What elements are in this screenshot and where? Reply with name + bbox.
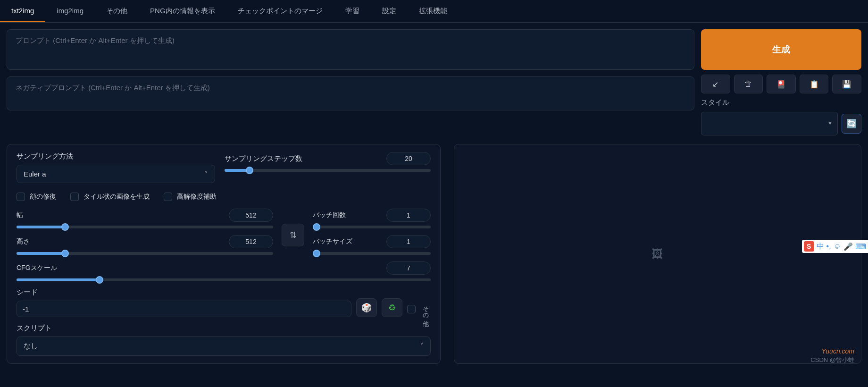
- ime-punct-icon[interactable]: •,: [826, 242, 831, 251]
- tab-merge[interactable]: チェックポイントのマージ: [226, 0, 334, 22]
- seed-extras-checkbox[interactable]: その他: [407, 301, 431, 317]
- script-label: スクリプト: [17, 324, 431, 333]
- save-icon: 💾: [842, 80, 851, 89]
- negative-prompt-input[interactable]: [7, 76, 694, 110]
- height-input[interactable]: [229, 235, 273, 248]
- output-panel: 🖼 Yuucn.com CSDN @曾小蛙: [454, 144, 861, 364]
- width-input[interactable]: [229, 209, 273, 222]
- tab-train[interactable]: 学習: [334, 0, 371, 22]
- script-select[interactable]: なし: [17, 337, 431, 356]
- batch-size-label: バッチサイズ: [313, 237, 352, 246]
- batch-size-slider[interactable]: [313, 252, 431, 255]
- seed-random-button[interactable]: 🎲: [356, 298, 377, 317]
- watermark-yuucn: Yuucn.com: [821, 347, 854, 355]
- style-select[interactable]: [701, 112, 838, 135]
- image-placeholder-icon: 🖼: [652, 247, 663, 261]
- cfg-label: CFGスケール: [17, 264, 57, 272]
- ime-mic-icon[interactable]: 🎤: [843, 242, 853, 251]
- watermark-csdn: CSDN @曾小蛙: [810, 356, 854, 364]
- tiling-checkbox[interactable]: タイル状の画像を生成: [70, 193, 150, 201]
- cfg-input[interactable]: [386, 261, 431, 275]
- tab-img2img[interactable]: img2img: [45, 0, 95, 22]
- tab-settings[interactable]: 設定: [371, 0, 408, 22]
- ime-keyboard-icon[interactable]: ⌨: [855, 242, 866, 251]
- ime-toolbar[interactable]: S 中 •, ☺ 🎤 ⌨: [802, 240, 868, 253]
- tab-extensions[interactable]: 拡張機能: [408, 0, 459, 22]
- card-icon: 🎴: [776, 80, 786, 89]
- batch-count-slider[interactable]: [313, 226, 431, 228]
- arrow-icon: ↙: [712, 80, 718, 89]
- hires-label: 高解像度補助: [177, 193, 217, 201]
- swap-icon: ⇅: [290, 230, 297, 240]
- sampling-steps-input[interactable]: [386, 152, 431, 165]
- tab-pnginfo[interactable]: PNG内の情報を表示: [139, 0, 226, 22]
- seed-label: シード: [17, 288, 351, 297]
- width-slider[interactable]: [17, 226, 273, 228]
- interrogate-button[interactable]: ↙: [701, 75, 730, 93]
- cfg-slider[interactable]: [17, 278, 431, 281]
- tab-txt2img[interactable]: txt2img: [0, 0, 45, 22]
- seed-input[interactable]: [17, 301, 351, 317]
- batch-count-input[interactable]: [386, 209, 431, 222]
- save-style-button[interactable]: 💾: [832, 75, 861, 93]
- prompt-input[interactable]: [7, 29, 694, 70]
- height-slider[interactable]: [17, 252, 273, 255]
- ime-lang[interactable]: 中: [817, 242, 824, 252]
- batch-size-input[interactable]: [386, 235, 431, 248]
- hires-checkbox[interactable]: 高解像度補助: [164, 193, 217, 201]
- refresh-icon: 🔄: [846, 118, 857, 129]
- clear-button[interactable]: 🗑: [734, 75, 763, 93]
- trash-icon: 🗑: [744, 80, 752, 88]
- sampling-method-label: サンプリング方法: [17, 152, 215, 161]
- seed-extras-label: その他: [420, 301, 431, 317]
- show-button[interactable]: 🎴: [767, 75, 796, 93]
- dice-icon: 🎲: [361, 303, 372, 313]
- restore-faces-checkbox[interactable]: 顔の修復: [17, 193, 56, 201]
- tab-extras[interactable]: その他: [95, 0, 139, 22]
- seed-reuse-button[interactable]: ♻: [382, 298, 402, 317]
- clipboard-icon: 📋: [810, 80, 819, 89]
- style-label: スタイル: [701, 98, 729, 107]
- restore-faces-label: 顔の修復: [30, 193, 56, 201]
- settings-panel: サンプリング方法 Euler a サンプリングステップ数 顔の修復 タイル状の画…: [7, 144, 441, 364]
- generate-button[interactable]: 生成: [701, 29, 861, 70]
- batch-count-label: バッチ回数: [313, 211, 346, 219]
- recycle-icon: ♻: [388, 303, 396, 313]
- ime-emoji-icon[interactable]: ☺: [834, 242, 841, 251]
- tiling-label: タイル状の画像を生成: [83, 193, 150, 201]
- main-tabs: txt2img img2img その他 PNG内の情報を表示 チェックポイントの…: [0, 0, 868, 23]
- paste-button[interactable]: 📋: [800, 75, 829, 93]
- sampling-method-select[interactable]: Euler a: [17, 165, 215, 183]
- style-refresh-button[interactable]: 🔄: [842, 114, 861, 134]
- swap-dims-button[interactable]: ⇅: [282, 224, 304, 246]
- ime-logo-icon: S: [804, 241, 814, 252]
- height-label: 高さ: [17, 237, 30, 246]
- sampling-steps-label: サンプリングステップ数: [225, 154, 302, 163]
- sampling-steps-slider[interactable]: [225, 169, 431, 172]
- width-label: 幅: [17, 211, 23, 219]
